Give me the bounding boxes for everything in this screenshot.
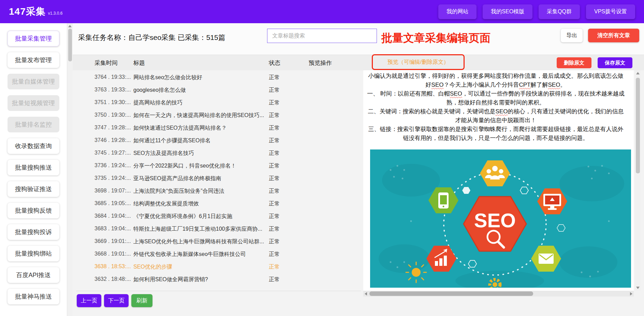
export-button[interactable]: 导出 <box>561 29 583 42</box>
app-window: 147采集 v1.3.0.6 我的网站我的SEO模版采集QQ群VPS拨号设置 批… <box>0 0 644 316</box>
app-name: 147采集 <box>9 5 46 18</box>
sidebar-scrollbar[interactable] <box>67 23 73 316</box>
table-row[interactable]: 3763 . 19:33:... googleseo排名怎么做 正常 原文|格式… <box>73 84 361 96</box>
row-title: 提高网站排名的技巧 <box>133 99 265 106</box>
preview-vertical-scrollbar[interactable] <box>635 70 641 291</box>
preview-editor[interactable]: 小编认为就是通过引擎，得到好的，获得更多网站度我们称作流量，最后成成交。那么到底… <box>366 72 626 143</box>
row-time: 3669 . 19:01:... <box>94 238 131 244</box>
sidebar-item-5[interactable]: 批量排名监控 <box>8 117 59 132</box>
sidebar-item-4[interactable]: 批量短视频管理 <box>8 95 59 111</box>
sidebar-item-11[interactable]: 批量搜狗绑站 <box>8 246 59 261</box>
sidebar-item-8[interactable]: 搜狗验证推送 <box>8 181 59 197</box>
table-row[interactable]: 3746 . 19:28:... 如何通过11个步骤提高SEO排名 正常 原文|… <box>73 134 361 147</box>
table-divider <box>76 291 361 291</box>
delete-original-button[interactable]: 删除原文 <box>557 57 591 68</box>
row-title: 分享一个2022新风口，抖音seo优化排名！ <box>133 162 265 170</box>
preview-header-label: 预览（可编辑/删除原文） <box>387 59 449 66</box>
row-time: 3750 . 19:30:... <box>94 112 131 118</box>
sidebar-item-13[interactable]: 批量神马推送 <box>8 289 59 304</box>
preview-paragraph[interactable]: 二、关键词：搜索的核心就是关键词，关键词也是SEO的核心，只有通过关键词的优化，… <box>366 107 626 125</box>
row-time: 3746 . 19:28:... <box>94 137 131 143</box>
scrollbar-thumb[interactable] <box>636 78 640 173</box>
search-input[interactable] <box>267 29 377 43</box>
article-table: 3764 . 19:33:... 网站排名seo怎么做会比较好 正常 原文|格式… <box>73 71 361 286</box>
table-row[interactable]: 3764 . 19:33:... 网站排名seo怎么做会比较好 正常 原文|格式… <box>73 71 361 84</box>
clear-all-button[interactable]: 清空所有文章 <box>588 29 639 42</box>
prev-page-button[interactable]: 上一页 <box>77 294 101 307</box>
task-label: 采集任务名称：自己学seo采集 已采集：515篇 <box>78 33 225 42</box>
table-row[interactable]: 3669 . 19:01:... 上海SEO优化外包上海牛巨微网络科技有限公司站… <box>73 235 361 248</box>
row-title: 网站排名seo怎么做会比较好 <box>133 74 265 81</box>
sidebar-item-12[interactable]: 百度API推送 <box>8 267 59 283</box>
sidebar-item-10[interactable]: 批量搜狗投诉 <box>8 224 59 240</box>
top-nav-item-4[interactable]: VPS拨号设置 <box>586 4 635 19</box>
table-row[interactable]: 3736 . 19:24:... 分享一个2022新风口，抖音seo优化排名！ … <box>73 159 361 172</box>
preview-annotation-box: 预览（可编辑/删除原文） <box>372 54 465 70</box>
top-nav: 我的网站我的SEO模版采集QQ群VPS拨号设置 <box>438 4 635 19</box>
table-row[interactable]: 3745 . 19:27:... SEO方法及提高排名技巧 正常 原文|格式化|… <box>73 147 361 159</box>
sidebar-item-1[interactable]: 批量采集管理 <box>8 31 59 46</box>
row-time: 3745 . 19:27:... <box>94 150 131 156</box>
scroll-left-icon[interactable] <box>365 292 367 296</box>
top-nav-item-1[interactable]: 我的网站 <box>438 4 477 19</box>
preview-horizontal-scrollbar[interactable] <box>363 291 634 297</box>
seo-art-label: SEO <box>474 209 516 231</box>
sidebar-item-6[interactable]: 收录数据查询 <box>8 138 59 154</box>
row-time: 3632 . 18:48:... <box>94 276 131 282</box>
scrollbar-thumb[interactable] <box>68 29 72 61</box>
table-row[interactable]: 3668 . 19:01:... 外链代发包收录上海新媒体seo牛巨微科技公司 … <box>73 248 361 260</box>
row-status: 正常 <box>269 112 280 119</box>
table-row[interactable]: 3698 . 19:07:... 上海法院判决“负面压制业务”合同违法 正常 原… <box>73 185 361 197</box>
top-nav-item-3[interactable]: 采集QQ群 <box>539 4 580 19</box>
save-original-button[interactable]: 保存原文 <box>598 57 632 68</box>
scroll-right-icon[interactable] <box>630 292 632 296</box>
col-header-status: 状态 <box>269 59 280 67</box>
row-time: 3751 . 19:30:... <box>94 99 131 105</box>
col-header-time: 采集时间 <box>94 59 118 67</box>
preview-paragraph[interactable]: 三、链接：搜索引擎获取数据靠的是搜索引擎蜘蛛爬行，而爬行就需要超级链接，最近总是… <box>366 125 626 143</box>
sidebar-item-7[interactable]: 批量搜狗推送 <box>8 160 59 175</box>
table-row[interactable]: 3632 . 18:48:... 如何利用SEO做全网霸屏营销? 正常 原文|格… <box>73 273 361 286</box>
row-status: 正常 <box>269 213 280 220</box>
table-row[interactable]: 3638 . 18:53:... SEO优化的步骤 正常 原文|格式化|应用模板 <box>73 260 361 273</box>
table-row[interactable]: 3683 . 19:04:... 特斯拉上海超级工厂19日复工推动100多家供应… <box>73 222 361 235</box>
sun-icon <box>406 262 426 283</box>
table-row[interactable]: 3735 . 19:24:... 亚马逊SEO提高产品排名的终极指南 正常 原文… <box>73 172 361 185</box>
row-title: 特斯拉上海超级工厂19日复工推动100多家供应商协... <box>133 226 265 233</box>
main-content: 采集任务名称：自己学seo采集 已采集：515篇 批量文章采集编辑页面 导出 清… <box>73 23 644 316</box>
row-title: 亚马逊SEO提高产品排名的终极指南 <box>133 175 265 182</box>
scroll-down-icon[interactable] <box>636 287 640 289</box>
table-row[interactable]: 3684 . 19:04:... 《宁夏优化营商环境条例》6月1日起实施 正常 … <box>73 210 361 222</box>
row-title: 如何在一天之内，快速提高网站排名的使用SEO技巧... <box>133 112 265 119</box>
sidebar: 批量采集管理批量发布管理批量自媒体管理批量短视频管理批量排名监控收录数据查询批量… <box>0 23 67 316</box>
sidebar-item-2[interactable]: 批量发布管理 <box>8 52 59 68</box>
preview-paragraph[interactable]: 一、 时间：以前还有黑帽、白帽SEO，可以通过一些作弊的手段快速的获得排名，现在… <box>366 89 626 107</box>
row-status: 正常 <box>269 125 280 132</box>
scroll-up-icon[interactable] <box>68 25 72 27</box>
row-title: 外链代发包收录上海新媒体seo牛巨微科技公司 <box>133 251 265 258</box>
table-row[interactable]: 3750 . 19:30:... 如何在一天之内，快速提高网站排名的使用SEO技… <box>73 109 361 121</box>
scrollbar-thumb[interactable] <box>369 291 533 296</box>
refresh-button[interactable]: 刷新 <box>131 294 152 307</box>
row-status: 正常 <box>269 200 280 207</box>
table-header: 采集时间 标题 状态 预览操作 预览（可编辑/删除原文） 删除原文 保存原文 <box>73 55 644 70</box>
next-page-button[interactable]: 下一页 <box>104 294 129 307</box>
sidebar-item-3[interactable]: 批量自媒体管理 <box>8 74 59 89</box>
toolbar: 采集任务名称：自己学seo采集 已采集：515篇 批量文章采集编辑页面 导出 清… <box>73 23 644 55</box>
row-time: 3685 . 19:05:... <box>94 200 131 206</box>
col-header-title: 标题 <box>133 59 145 67</box>
preview-paragraph[interactable]: 小编认为就是通过引擎，得到好的，获得更多网站度我们称作流量，最后成成交。那么到底… <box>366 72 626 89</box>
table-row[interactable]: 3747 . 19:28:... 如何快速通过SEO方法提高网站排名？ 正常 原… <box>73 121 361 134</box>
app-logo: 147采集 v1.3.0.6 <box>9 5 62 18</box>
scroll-up-icon[interactable] <box>636 72 640 74</box>
app-version: v1.3.0.6 <box>48 11 63 16</box>
row-title: 上海SEO优化外包上海牛巨微网络科技有限公司站群... <box>133 238 265 245</box>
row-title: 如何通过11个步骤提高SEO排名 <box>133 137 265 144</box>
sidebar-item-9[interactable]: 批量搜狗反馈 <box>8 203 59 218</box>
table-row[interactable]: 3685 . 19:05:... 结构调整优化发展提质增效 正常 原文|格式化|… <box>73 197 361 210</box>
table-row[interactable]: 3751 . 19:30:... 提高网站排名的技巧 正常 原文|格式化|应用模… <box>73 96 361 109</box>
top-nav-item-2[interactable]: 我的SEO模版 <box>483 4 532 19</box>
row-time: 3735 . 19:24:... <box>94 175 131 181</box>
row-title: 结构调整优化发展提质增效 <box>133 200 265 207</box>
row-status: 正常 <box>269 175 280 182</box>
